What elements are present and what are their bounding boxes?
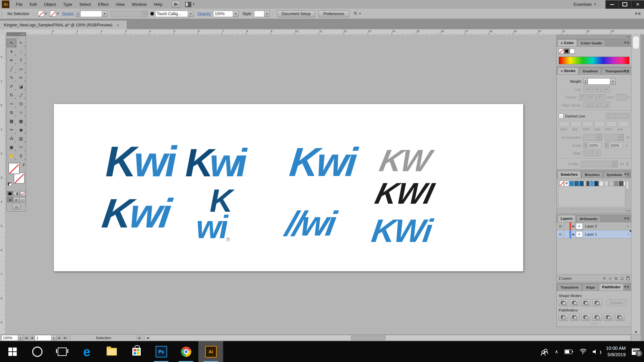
new-layer-icon[interactable]: ❏ bbox=[620, 276, 623, 281]
menu-type[interactable]: Type bbox=[60, 2, 76, 7]
menu-window[interactable]: Window bbox=[128, 2, 150, 7]
logo-kwi-italic[interactable]: Kwi bbox=[100, 193, 172, 234]
workspace-switcher-icon[interactable]: ▼ bbox=[185, 2, 195, 7]
swatch-registration[interactable]: ⊕ bbox=[564, 181, 569, 186]
tab-layers-artboards[interactable]: Artboards bbox=[576, 215, 601, 222]
align-dash-button[interactable] bbox=[618, 113, 630, 119]
minus-front-button[interactable] bbox=[570, 299, 579, 306]
paintbrush-tool[interactable]: ✎ bbox=[7, 73, 16, 82]
delete-layer-icon[interactable] bbox=[626, 276, 630, 280]
document-tab[interactable]: Kingwin_NewLogo_SamplesFINAL.ai* @ 100% … bbox=[0, 21, 127, 29]
stroke-panel-link[interactable]: Stroke: bbox=[62, 12, 74, 16]
opacity-panel-link[interactable]: Opacity: bbox=[197, 12, 212, 16]
isolate-caret-icon[interactable]: ▼ bbox=[359, 12, 361, 15]
fill-swatch-icon[interactable] bbox=[38, 11, 44, 17]
black-swatch[interactable] bbox=[564, 49, 569, 54]
rectangle-tool[interactable]: ▭ bbox=[16, 65, 26, 73]
stroke-weight-dropdown[interactable]: ▼ bbox=[102, 11, 108, 17]
weight-stepper[interactable]: ▲▼ bbox=[583, 78, 588, 85]
control-bar-menu-icon[interactable]: ▼≣ bbox=[634, 12, 641, 16]
gradient-tool[interactable]: ▩ bbox=[16, 117, 26, 125]
change-screen-mode-button[interactable]: ❏ bbox=[13, 204, 20, 209]
pen-tool[interactable]: ✒ bbox=[7, 56, 16, 65]
shaper-tool[interactable]: ✐ bbox=[7, 82, 16, 91]
maximize-button[interactable] bbox=[618, 0, 631, 9]
none-button[interactable] bbox=[20, 191, 26, 196]
weight-field[interactable] bbox=[588, 78, 610, 85]
layer-thumbnail[interactable]: K bbox=[576, 223, 583, 229]
new-sublayer-icon[interactable]: ⧉ bbox=[615, 276, 617, 281]
menu-object[interactable]: Object bbox=[40, 2, 60, 7]
profile-select[interactable] bbox=[581, 161, 612, 167]
dash-field[interactable] bbox=[559, 121, 569, 127]
document-close-icon[interactable]: × bbox=[117, 23, 119, 27]
tab-color-color-guide[interactable]: Color Guide bbox=[578, 40, 605, 46]
swatch-175681[interactable] bbox=[579, 181, 584, 186]
menu-view[interactable]: View bbox=[112, 2, 128, 7]
perspective-grid-tool[interactable]: ⌗ bbox=[16, 108, 26, 117]
tools-panel-grip[interactable]: ⠿⠿⠿ bbox=[7, 36, 26, 39]
artboard-dropdown[interactable]: ▼ bbox=[52, 335, 57, 341]
stroke-color-box[interactable] bbox=[14, 172, 25, 184]
blend-tool[interactable]: ◉ bbox=[16, 125, 26, 134]
free-transform-tool[interactable]: ⊡ bbox=[16, 99, 26, 108]
vertical-scrollbar[interactable]: ▼ bbox=[631, 34, 641, 335]
menu-effect[interactable]: Effect bbox=[94, 2, 112, 7]
hand-tool[interactable]: ✋ bbox=[7, 152, 16, 160]
edge-taskbar-button[interactable]: e bbox=[74, 341, 99, 362]
color-spectrum-bar[interactable] bbox=[559, 57, 630, 64]
swatch-123f5e[interactable] bbox=[594, 181, 599, 186]
opacity-dropdown[interactable]: ▼ bbox=[233, 11, 239, 17]
layer-name[interactable]: Layer 1 bbox=[585, 232, 624, 236]
fill-color-box[interactable] bbox=[8, 163, 20, 174]
link-scale-icon[interactable]: ∞ bbox=[625, 143, 628, 148]
stroke-color-picker[interactable]: ▼ bbox=[50, 11, 59, 17]
align-outside-button[interactable] bbox=[601, 102, 610, 108]
divide-button[interactable] bbox=[559, 314, 568, 321]
logo-kwi-blue-bold[interactable]: KWi bbox=[370, 215, 433, 247]
miter-limit-field[interactable] bbox=[616, 94, 627, 100]
expand-arrow-icon[interactable]: ▶ bbox=[571, 233, 576, 236]
weight-dropdown[interactable]: ▼ bbox=[610, 78, 616, 85]
workspace-name[interactable]: Essentials bbox=[573, 2, 592, 7]
draw-behind-button[interactable]: ▨ bbox=[13, 197, 19, 202]
dash-field[interactable] bbox=[582, 121, 593, 127]
layer-row-layer-1[interactable]: ⊙▶KLayer 1○ bbox=[557, 230, 631, 238]
task-view-button[interactable] bbox=[50, 341, 74, 362]
canvas[interactable]: KwiKwiKwiKWKWIKwiKwi®//wiKWi bbox=[5, 34, 632, 335]
rotate-tool[interactable]: ↻ bbox=[7, 91, 16, 99]
wifi-icon[interactable] bbox=[578, 349, 587, 355]
merge-button[interactable] bbox=[581, 314, 591, 321]
swatch-cfcfcf[interactable] bbox=[604, 181, 609, 186]
tab-stroke-gradient[interactable]: Gradient bbox=[579, 68, 601, 74]
line-segment-tool[interactable]: ╱ bbox=[7, 65, 16, 73]
logo-kwi-angular[interactable]: Kwi bbox=[185, 143, 243, 182]
tab-swatches-brushes[interactable]: Brushes bbox=[582, 171, 603, 178]
illustrator-app-icon[interactable]: Ai bbox=[2, 0, 10, 8]
file-explorer-button[interactable] bbox=[99, 341, 124, 362]
align-inside-button[interactable] bbox=[592, 102, 601, 108]
logo-kwi-black[interactable]: KWI bbox=[372, 179, 436, 209]
fill-color-picker[interactable]: ▼ bbox=[38, 11, 47, 17]
shape-builder-tool[interactable]: ⧉ bbox=[7, 108, 16, 117]
expand-arrow-icon[interactable]: ▶ bbox=[571, 225, 576, 228]
zoom-level-dropdown[interactable]: ▼ bbox=[18, 335, 23, 341]
round-join-button[interactable] bbox=[588, 94, 596, 100]
align-end-button[interactable]: ⇥ bbox=[592, 150, 601, 156]
none-swatch[interactable] bbox=[559, 49, 564, 54]
scale-tool[interactable]: ⤢ bbox=[16, 91, 26, 99]
store-button[interactable] bbox=[124, 341, 149, 362]
clock[interactable]: 10:00 AM 5/8/2019 bbox=[606, 345, 626, 358]
visibility-eye-icon[interactable]: ⊙ bbox=[557, 222, 564, 230]
last-artboard-icon[interactable]: ▶| bbox=[62, 335, 68, 340]
locate-object-icon[interactable]: ⚲ bbox=[602, 276, 607, 281]
menu-edit[interactable]: Edit bbox=[26, 2, 40, 7]
direct-selection-tool[interactable]: ↖ bbox=[16, 39, 26, 47]
scale-end-value[interactable]: 100% bbox=[609, 142, 623, 148]
cortana-button[interactable] bbox=[25, 341, 50, 362]
tray-chevron-icon[interactable]: ∧ bbox=[555, 349, 558, 355]
first-artboard-icon[interactable]: |◀ bbox=[23, 335, 29, 340]
default-fill-stroke-icon[interactable] bbox=[8, 182, 12, 186]
brush-definition-dropdown[interactable]: ▼ bbox=[188, 11, 194, 17]
draw-normal-button[interactable]: ▣ bbox=[7, 197, 13, 202]
